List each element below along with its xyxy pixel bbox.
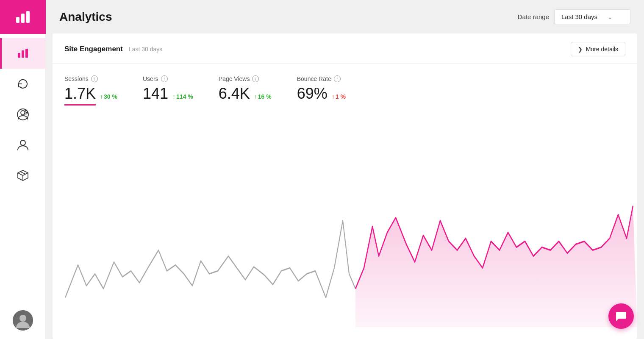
bar-chart-icon [17,47,29,60]
svg-rect-2 [26,11,30,23]
sidebar-item-analytics[interactable] [0,38,46,69]
content-card: Site Engagement Last 30 days ❯ More deta… [53,33,637,339]
sidebar-item-refresh[interactable] [0,69,46,99]
avatar[interactable] [13,310,33,331]
metric-bounce-rate-label: Bounce Rate i [297,75,346,82]
gray-chart-line [65,221,355,298]
sidebar-item-contact[interactable] [0,99,46,130]
contact-icon [17,108,29,121]
sessions-info-icon: i [91,75,98,82]
chevron-down-icon: ⌄ [608,14,613,20]
metric-sessions[interactable]: Sessions i 1.7K ↑30 % [64,75,117,106]
metric-users[interactable]: Users i 141 ↑114 % [143,75,193,103]
metric-users-value-row: 141 ↑114 % [143,85,193,103]
metric-bounce-rate-value: 69% [297,85,328,103]
date-range-value: Last 30 days [561,13,597,20]
sidebar [0,0,46,339]
up-arrow-icon: ↑ [332,93,335,100]
metric-sessions-change: ↑30 % [100,93,117,100]
svg-point-15 [19,315,26,322]
svg-line-13 [20,172,25,174]
app-logo[interactable] [0,0,46,34]
more-details-button[interactable]: ❯ More details [571,42,625,56]
user-icon [17,139,29,151]
metric-bounce-rate-change: ↑1 % [332,93,346,100]
chat-icon [615,310,627,322]
metric-page-views-value-row: 6.4K ↑16 % [219,85,272,103]
page-header: Analytics Date range Last 30 days ⌄ [46,0,644,33]
product-icon [17,169,29,182]
main-content: Analytics Date range Last 30 days ⌄ Site… [46,0,644,339]
metric-page-views-value: 6.4K [219,85,250,103]
date-range-label: Date range [518,13,549,20]
sidebar-navigation [0,38,45,191]
arrow-right-icon: ❯ [578,46,583,53]
metric-sessions-label: Sessions i [64,75,117,82]
up-arrow-icon: ↑ [172,93,175,100]
metric-bounce-rate-value-row: 69% ↑1 % [297,85,346,103]
metric-page-views[interactable]: Page Views i 6.4K ↑16 % [219,75,272,103]
bounce-rate-info-icon: i [334,75,341,82]
metric-users-change: ↑114 % [172,93,193,100]
page-views-info-icon: i [252,75,259,82]
more-details-label: More details [586,46,618,53]
metric-bounce-rate[interactable]: Bounce Rate i 69% ↑1 % [297,75,346,103]
svg-rect-3 [18,53,20,58]
metric-page-views-label: Page Views i [219,75,272,82]
sidebar-item-user[interactable] [0,130,46,160]
metric-sessions-value-row: 1.7K ↑30 % [64,85,117,106]
logo-icon [14,8,31,25]
svg-rect-0 [16,17,19,23]
svg-rect-1 [21,14,25,23]
date-range-select[interactable]: Last 30 days ⌄ [554,9,630,24]
svg-line-11 [18,173,23,175]
card-header-left: Site Engagement Last 30 days [64,45,162,53]
metric-users-label: Users i [143,75,193,82]
card-title: Site Engagement [64,45,123,53]
card-header: Site Engagement Last 30 days ❯ More deta… [53,33,637,64]
up-arrow-icon: ↑ [254,93,257,100]
header-controls: Date range Last 30 days ⌄ [518,9,630,24]
page-title: Analytics [59,10,112,24]
sidebar-item-product[interactable] [0,160,46,191]
svg-point-9 [20,140,25,145]
metrics-row: Sessions i 1.7K ↑30 % Users i 141 [53,64,637,114]
chat-button[interactable] [608,303,634,329]
svg-rect-5 [25,49,28,58]
chart-area [53,114,637,339]
users-info-icon: i [161,75,168,82]
card-subtitle: Last 30 days [129,46,162,53]
engagement-chart [53,114,637,339]
svg-rect-4 [22,50,24,58]
metric-page-views-change: ↑16 % [254,93,272,100]
metric-sessions-value: 1.7K [64,85,96,106]
metric-users-value: 141 [143,85,168,103]
avatar-image [13,310,33,331]
up-arrow-icon: ↑ [100,93,103,100]
refresh-icon [17,78,29,90]
